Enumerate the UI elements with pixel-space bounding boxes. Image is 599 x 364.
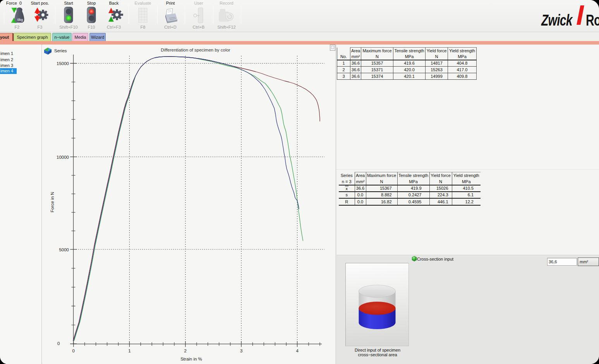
svg-text:0kg: 0kg bbox=[17, 18, 23, 22]
svg-text:10000: 10000 bbox=[57, 155, 69, 160]
svg-text:15000: 15000 bbox=[57, 61, 69, 66]
svg-text:Strain in %: Strain in % bbox=[180, 357, 202, 361]
svg-text:Differentiation of specimen by: Differentiation of specimen by color bbox=[161, 48, 230, 52]
svg-text:5000: 5000 bbox=[59, 247, 69, 252]
svg-text:Force in N: Force in N bbox=[50, 192, 55, 212]
svg-text:4: 4 bbox=[296, 349, 299, 353]
svg-text:1: 1 bbox=[128, 349, 130, 353]
svg-text:0: 0 bbox=[72, 349, 75, 353]
svg-text:Series: Series bbox=[54, 48, 67, 53]
svg-text:0: 0 bbox=[57, 341, 60, 346]
svg-text:3: 3 bbox=[240, 349, 242, 353]
svg-text:2: 2 bbox=[184, 349, 187, 353]
